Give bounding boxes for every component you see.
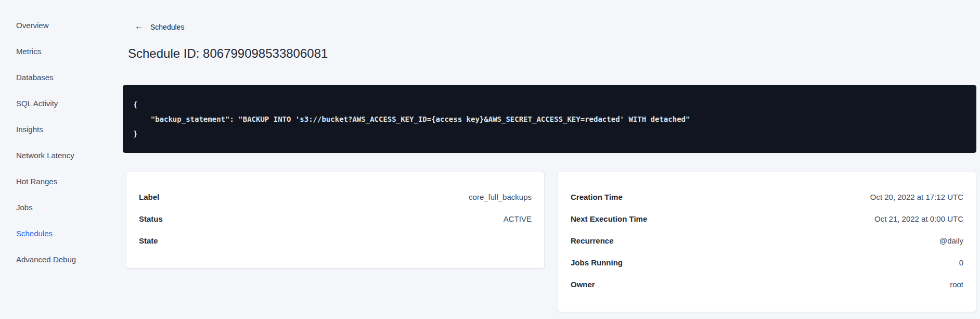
detail-row-status: Status ACTIVE [139, 208, 532, 229]
sidebar-item-hot-ranges[interactable]: Hot Ranges [0, 168, 123, 194]
detail-row-owner: Owner root [571, 273, 963, 295]
detail-row-value: root [950, 280, 963, 289]
detail-row-value: @daily [939, 236, 963, 245]
detail-row-value: core_full_backups [469, 193, 532, 201]
detail-row-creation-time: Creation Time Oct 20, 2022 at 17:12 UTC [571, 186, 963, 208]
sidebar-item-metrics[interactable]: Metrics [0, 38, 123, 64]
detail-row-recurrence: Recurrence @daily [571, 229, 963, 251]
detail-row-value: Oct 20, 2022 at 17:12 UTC [870, 193, 963, 201]
sidebar-item-schedules[interactable]: Schedules [0, 220, 123, 246]
main-content: ← Schedules Schedule ID: 806799098533806… [123, 0, 980, 319]
sidebar-item-databases[interactable]: Databases [0, 64, 123, 90]
back-arrow-icon: ← [135, 22, 144, 31]
detail-row-value: Oct 21, 2022 at 0:00 UTC [874, 214, 963, 223]
sidebar-item-overview[interactable]: Overview [0, 12, 123, 38]
schedule-definition-code: { "backup_statement": "BACKUP INTO 's3:/… [123, 85, 976, 153]
code-line: "backup_statement": "BACKUP INTO 's3://b… [133, 112, 966, 126]
detail-row-key: Label [139, 193, 159, 201]
schedule-timing-card: Creation Time Oct 20, 2022 at 17:12 UTC … [558, 172, 976, 312]
page-title: Schedule ID: 806799098533806081 [128, 46, 972, 61]
code-line: { [133, 97, 966, 112]
sidebar: Overview Metrics Databases SQL Activity … [0, 0, 123, 319]
detail-row-key: Next Execution Time [571, 214, 647, 223]
detail-row-key: Owner [571, 280, 595, 289]
sidebar-item-jobs[interactable]: Jobs [0, 194, 123, 220]
detail-row-key: Creation Time [571, 193, 623, 201]
sidebar-item-advanced-debug[interactable]: Advanced Debug [0, 246, 123, 272]
sidebar-item-insights[interactable]: Insights [0, 116, 123, 142]
detail-row-next-execution-time: Next Execution Time Oct 21, 2022 at 0:00… [571, 208, 963, 229]
detail-cards-row: Label core_full_backups Status ACTIVE St… [126, 172, 976, 312]
detail-row-key: State [139, 236, 158, 245]
back-to-schedules-link[interactable]: ← Schedules [135, 22, 184, 31]
detail-row-jobs-running: Jobs Running 0 [571, 251, 963, 273]
back-link-label: Schedules [150, 23, 184, 31]
sidebar-item-sql-activity[interactable]: SQL Activity [0, 90, 123, 116]
detail-row-key: Jobs Running [571, 258, 623, 267]
detail-row-value: 0 [959, 258, 963, 267]
app-window: Overview Metrics Databases SQL Activity … [0, 0, 980, 319]
detail-row-key: Status [139, 214, 163, 223]
sidebar-item-network-latency[interactable]: Network Latency [0, 142, 123, 168]
detail-row-label: Label core_full_backups [139, 186, 532, 208]
detail-row-key: Recurrence [571, 236, 614, 245]
detail-row-value: ACTIVE [504, 214, 532, 223]
schedule-summary-card: Label core_full_backups Status ACTIVE St… [126, 172, 545, 269]
code-line: } [133, 126, 966, 141]
detail-row-state: State [139, 229, 532, 251]
